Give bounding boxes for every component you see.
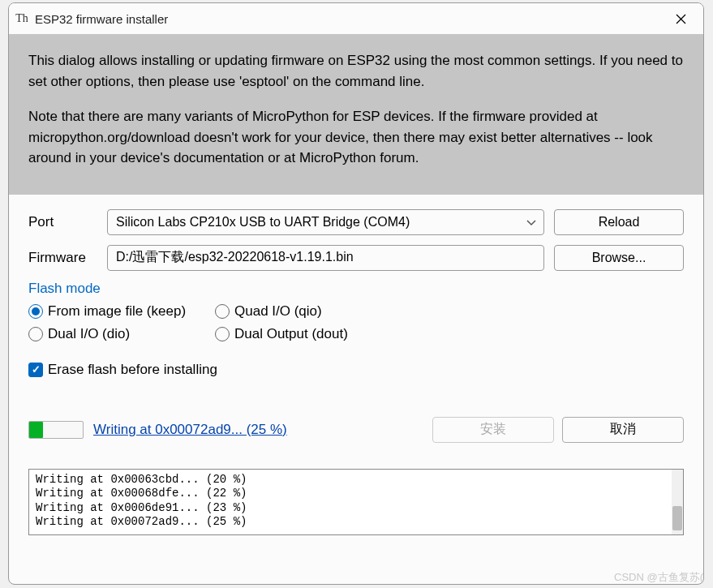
reload-button[interactable]: Reload bbox=[554, 209, 684, 235]
close-icon bbox=[676, 14, 686, 24]
log-line: Writing at 0x00068dfe... (22 %) bbox=[36, 487, 247, 500]
app-icon: Th bbox=[15, 12, 28, 25]
radio-icon bbox=[28, 304, 43, 319]
port-select[interactable]: Silicon Labs CP210x USB to UART Bridge (… bbox=[107, 209, 544, 235]
log-scrollbar[interactable] bbox=[672, 470, 683, 534]
scroll-thumb[interactable] bbox=[672, 506, 682, 530]
info-text-2: Note that there are many variants of Mic… bbox=[28, 106, 684, 169]
firmware-input[interactable] bbox=[107, 245, 544, 271]
close-button[interactable] bbox=[664, 6, 697, 31]
action-buttons: 安装 取消 bbox=[432, 417, 684, 443]
window-title: ESP32 firmware installer bbox=[35, 12, 168, 26]
radio-icon bbox=[28, 327, 43, 341]
progress-status-link[interactable]: Writing at 0x00072ad9... (25 %) bbox=[93, 422, 287, 438]
install-button[interactable]: 安装 bbox=[432, 417, 554, 443]
port-value: Silicon Labs CP210x USB to UART Bridge (… bbox=[116, 215, 410, 230]
log-line: Writing at 0x0006de91... (23 %) bbox=[36, 501, 247, 514]
port-select-wrap: Silicon Labs CP210x USB to UART Bridge (… bbox=[107, 209, 544, 235]
flash-legend: Flash mode bbox=[28, 281, 684, 297]
radio-dout[interactable]: Dual Output (dout) bbox=[215, 326, 393, 342]
erase-checkbox[interactable]: ✓ Erase flash before installing bbox=[28, 362, 684, 378]
radio-dio[interactable]: Dual I/O (dio) bbox=[28, 326, 215, 342]
erase-label: Erase flash before installing bbox=[48, 362, 217, 378]
radio-dout-label: Dual Output (dout) bbox=[234, 326, 348, 342]
erase-row: ✓ Erase flash before installing bbox=[28, 362, 684, 378]
log-output[interactable]: Writing at 0x00063cbd... (20 %) Writing … bbox=[28, 469, 684, 535]
watermark: CSDN @古鱼复苏( bbox=[614, 570, 703, 585]
form-area: Port Silicon Labs CP210x USB to UART Bri… bbox=[9, 195, 703, 453]
radio-icon bbox=[215, 304, 230, 319]
radio-dio-label: Dual I/O (dio) bbox=[48, 326, 130, 342]
info-panel: This dialog allows installing or updatin… bbox=[9, 34, 703, 195]
checkbox-icon: ✓ bbox=[28, 363, 43, 377]
progress-row: Writing at 0x00072ad9... (25 %) 安装 取消 bbox=[28, 417, 684, 443]
log-line: Writing at 0x00063cbd... (20 %) bbox=[36, 473, 247, 486]
radio-icon bbox=[215, 327, 230, 341]
log-line: Writing at 0x00072ad9... (25 %) bbox=[36, 515, 247, 528]
port-label: Port bbox=[28, 214, 97, 230]
info-text-1: This dialog allows installing or updatin… bbox=[28, 50, 684, 92]
radio-keep[interactable]: From image file (keep) bbox=[28, 303, 215, 320]
firmware-row: Firmware Browse... bbox=[28, 245, 684, 271]
titlebar: Th ESP32 firmware installer bbox=[9, 3, 703, 34]
cancel-button[interactable]: 取消 bbox=[562, 417, 684, 443]
dialog-window: Th ESP32 firmware installer This dialog … bbox=[8, 2, 704, 585]
radio-qio-label: Quad I/O (qio) bbox=[234, 303, 322, 320]
progress-bar bbox=[28, 421, 84, 439]
radio-qio[interactable]: Quad I/O (qio) bbox=[215, 303, 393, 320]
flash-mode-fieldset: Flash mode From image file (keep) Quad I… bbox=[28, 281, 684, 342]
progress-fill bbox=[29, 422, 43, 438]
radio-keep-label: From image file (keep) bbox=[48, 303, 186, 320]
port-row: Port Silicon Labs CP210x USB to UART Bri… bbox=[28, 209, 684, 235]
firmware-label: Firmware bbox=[28, 250, 97, 266]
flash-radio-group: From image file (keep) Quad I/O (qio) Du… bbox=[28, 303, 684, 342]
browse-button[interactable]: Browse... bbox=[554, 245, 684, 271]
